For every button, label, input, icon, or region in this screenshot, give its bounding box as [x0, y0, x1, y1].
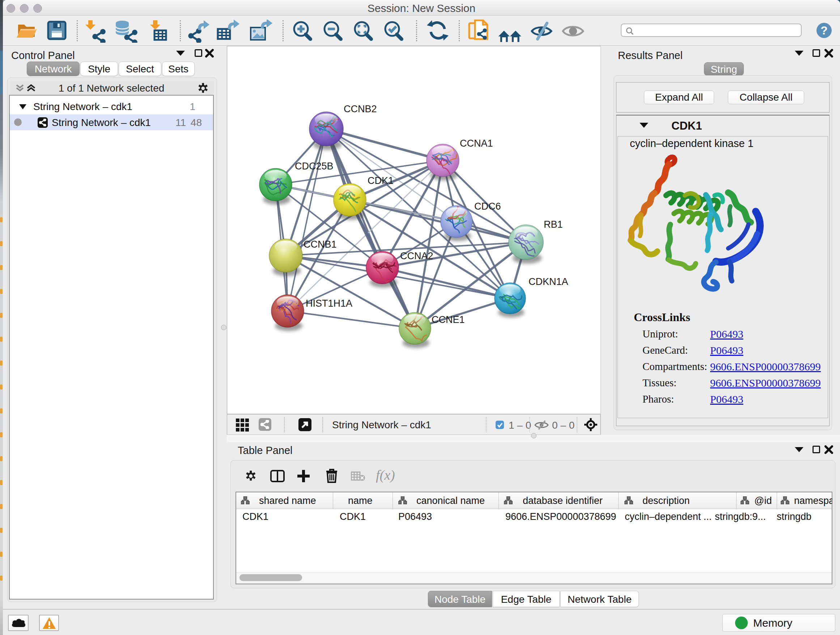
svg-text:CDKN1A: CDKN1A: [529, 276, 568, 287]
svg-text:CDC25B: CDC25B: [295, 161, 333, 172]
svg-text:CCNA1: CCNA1: [460, 138, 493, 149]
svg-text:HIST1H1A: HIST1H1A: [306, 298, 352, 309]
svg-text:CCNB2: CCNB2: [344, 103, 377, 114]
svg-text:CCNE1: CCNE1: [431, 314, 465, 325]
svg-text:CCNA2: CCNA2: [400, 250, 433, 261]
svg-text:CDC6: CDC6: [474, 201, 501, 212]
svg-text:CDK1: CDK1: [368, 175, 393, 186]
svg-text:RB1: RB1: [544, 219, 563, 230]
svg-text:CCNB1: CCNB1: [303, 239, 337, 250]
